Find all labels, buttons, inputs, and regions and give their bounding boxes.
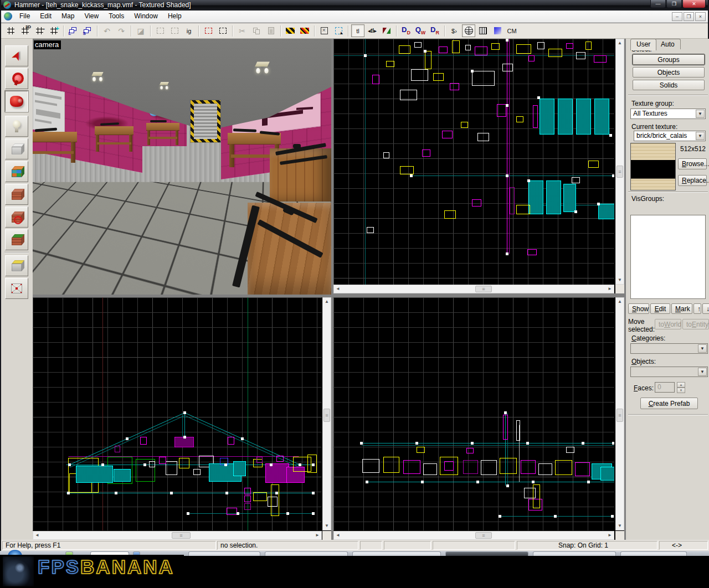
scrollbar-thumb[interactable] — [616, 409, 623, 422]
select-solids-button[interactable]: Solids — [633, 80, 705, 90]
scrollbar-thumb[interactable] — [616, 166, 623, 178]
run-map-qw-button[interactable]: QW — [414, 24, 427, 37]
undo-button[interactable]: ↶ — [100, 24, 114, 37]
ignore-groups-button[interactable]: ig — [182, 24, 196, 37]
menu-edit[interactable]: Edit — [35, 11, 56, 22]
viewport-2d-front[interactable]: ▲▼ ◄► — [33, 297, 331, 540]
select-objects-button[interactable]: Objects — [633, 67, 705, 78]
load-window-state-button[interactable]: L — [66, 24, 80, 37]
tab-auto[interactable]: Auto — [655, 39, 681, 49]
tool-vertex-button[interactable] — [5, 278, 28, 299]
tool-apply-current-texture-button[interactable] — [5, 184, 28, 205]
menu-tools[interactable]: Tools — [104, 11, 129, 22]
horizontal-scrollbar[interactable]: ◄► — [33, 531, 322, 540]
redo-button[interactable]: ↷ — [115, 24, 128, 37]
to-world-button[interactable]: toWorld — [655, 319, 681, 329]
tab-user[interactable]: User — [630, 39, 656, 50]
grid-smaller-button[interactable]: - — [33, 24, 46, 37]
tool-magnify-button[interactable] — [5, 68, 28, 89]
grid-3d-button[interactable]: 3D — [18, 24, 32, 37]
faces-input[interactable]: 0 — [655, 382, 675, 393]
chevron-down-icon[interactable]: ▼ — [698, 344, 707, 353]
mdi-minimize-button[interactable]: – — [672, 12, 682, 21]
taskbar-button[interactable] — [620, 551, 687, 556]
select-partials-button[interactable] — [332, 24, 345, 37]
chevron-down-icon[interactable]: ▼ — [696, 132, 705, 140]
taskbar-button[interactable] — [188, 551, 260, 556]
menu-window[interactable]: Window — [129, 11, 163, 22]
select-groups-button[interactable]: Groups — [633, 54, 705, 65]
texture-application-button[interactable] — [476, 24, 490, 37]
visgroups-list[interactable] — [630, 215, 706, 299]
scrollbar-thumb[interactable] — [475, 532, 492, 539]
entity-report-button[interactable]: $› — [448, 24, 461, 37]
viewport-2d-top-canvas[interactable] — [333, 39, 614, 285]
texture-scale-lock-button[interactable]: tl — [366, 24, 379, 37]
faces-spin-down[interactable]: ▼ — [677, 388, 685, 393]
tool-camera-button[interactable] — [5, 91, 28, 112]
tool-entity-button[interactable] — [5, 116, 28, 137]
viewport-2d-side[interactable]: ▲▼ ◄► — [333, 297, 624, 540]
menu-help[interactable]: Help — [163, 11, 187, 22]
move-down-button[interactable]: ↓ — [702, 303, 709, 314]
scrollbar-thumb[interactable] — [323, 409, 330, 422]
smart-edit-button[interactable] — [462, 24, 475, 37]
tool-apply-overlays-button[interactable] — [5, 229, 28, 250]
viewport-3d-camera[interactable]: camera — [33, 39, 331, 295]
group-button[interactable] — [153, 24, 167, 37]
move-up-button[interactable]: ↑ — [693, 303, 701, 314]
taskbar-button-active[interactable] — [445, 551, 528, 556]
select-touching-button[interactable] — [317, 24, 331, 37]
minimize-button[interactable]: — — [650, 0, 666, 8]
current-texture-combo[interactable]: brick/brick_calais▼ — [634, 131, 706, 141]
run-map-dd-button[interactable]: DD — [399, 24, 413, 37]
restore-button[interactable]: ❐ — [666, 0, 682, 8]
texture-lock-button[interactable]: tl — [351, 24, 364, 37]
close-button[interactable]: ✕ — [682, 0, 706, 8]
scrollbar-thumb[interactable] — [172, 532, 191, 539]
scrollbar-thumb[interactable] — [475, 286, 492, 292]
paste-button[interactable] — [264, 24, 278, 37]
save-window-state-button[interactable]: S — [81, 24, 94, 37]
taskbar-button[interactable] — [352, 551, 441, 556]
tool-clipping-button[interactable] — [5, 255, 28, 276]
menu-view[interactable]: View — [79, 11, 104, 22]
vertical-scrollbar[interactable]: ▲▼ — [615, 297, 624, 530]
mdi-restore-button[interactable]: ❐ — [684, 12, 694, 21]
cm-toggle-button[interactable]: CM — [505, 24, 518, 37]
menu-map[interactable]: Map — [56, 11, 79, 22]
mark-button[interactable]: Mark — [671, 303, 692, 314]
grid-toggle-button[interactable] — [4, 24, 17, 37]
create-prefab-button[interactable]: Create Prefab — [640, 398, 698, 409]
edit-cordon-button[interactable] — [298, 24, 311, 37]
horizontal-scrollbar[interactable]: ◄► — [333, 531, 614, 540]
tool-selection-button[interactable]: ➤ — [5, 45, 28, 66]
copy-button[interactable] — [250, 24, 263, 37]
flip-objects-button[interactable] — [380, 24, 393, 37]
viewport-2d-front-canvas[interactable] — [33, 297, 322, 530]
categories-combo[interactable]: ▼ — [630, 343, 708, 354]
toggle-cordon-button[interactable] — [284, 24, 297, 37]
edit-button[interactable]: Edit — [650, 303, 670, 314]
displacement-button[interactable] — [491, 24, 504, 37]
mdi-close-button[interactable]: × — [695, 12, 706, 21]
horizontal-scrollbar[interactable]: ◄► — [333, 285, 614, 293]
texture-group-combo[interactable]: All Textures▼ — [630, 109, 706, 119]
vertical-scrollbar[interactable]: ▲▼ — [615, 39, 624, 285]
tool-block-button[interactable] — [5, 138, 28, 159]
chevron-down-icon[interactable]: ▼ — [696, 110, 705, 118]
hide-selected-button[interactable] — [202, 24, 215, 37]
taskbar-button[interactable] — [265, 551, 348, 556]
objects-combo[interactable]: ▼ — [630, 367, 708, 377]
tool-toggle-texture-application-button[interactable] — [5, 161, 28, 182]
grid-larger-button[interactable]: + — [47, 24, 60, 37]
tool-apply-decals-button[interactable] — [5, 207, 28, 228]
to-entity-button[interactable]: toEntity — [682, 319, 709, 329]
vertical-scrollbar[interactable]: ▲▼ — [322, 297, 331, 530]
run-map-dr-button[interactable]: DR — [428, 24, 441, 37]
taskbar-button[interactable] — [533, 551, 616, 556]
viewport-2d-top[interactable]: ▲▼ ◄► — [333, 39, 624, 293]
hide-unselected-button[interactable] — [216, 24, 229, 37]
replace-button[interactable]: Replace... — [678, 175, 707, 186]
menu-file[interactable]: File — [14, 11, 35, 22]
